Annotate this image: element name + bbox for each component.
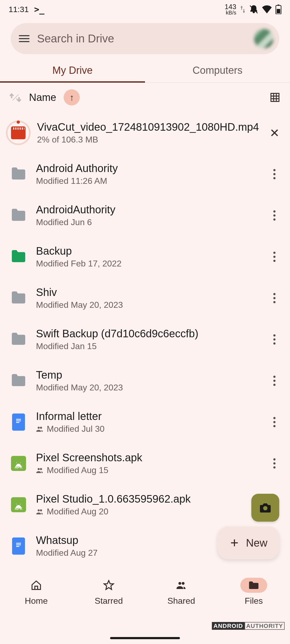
video-icon xyxy=(11,126,26,139)
plus-icon xyxy=(229,538,240,548)
avatar[interactable] xyxy=(254,29,273,48)
wifi-icon xyxy=(262,5,272,13)
file-meta: Modified 11:26 AM xyxy=(36,176,260,186)
file-meta: Modified Jun 6 xyxy=(36,217,260,227)
doc-icon xyxy=(12,414,25,431)
sort-xy-icon xyxy=(10,92,21,103)
new-fab-label: New xyxy=(246,537,267,549)
home-icon xyxy=(31,580,42,591)
file-name: Temp xyxy=(36,369,260,381)
file-item[interactable]: BackupModified Feb 17, 2022 xyxy=(0,236,290,277)
file-meta: Modified May 20, 2023 xyxy=(36,383,260,393)
folder-icon xyxy=(10,165,27,183)
status-time: 11:31 xyxy=(9,5,29,14)
svg-rect-6 xyxy=(16,422,19,423)
folder-icon xyxy=(10,248,27,266)
file-name: Pixel Screenshots.apk xyxy=(36,452,260,464)
battery-icon xyxy=(276,5,281,14)
search-input[interactable] xyxy=(37,32,247,45)
file-name: Backup xyxy=(36,245,260,257)
file-item[interactable]: Pixel Studio_1.0.663595962.apkModified A… xyxy=(0,484,290,525)
apk-icon xyxy=(11,456,26,471)
file-item[interactable]: ShivModified May 20, 2023 xyxy=(0,277,290,319)
file-name: VivaCut_video_1724810913902_1080HD.mp4 xyxy=(37,121,260,133)
watermark: ANDROIDAUTHORITY xyxy=(212,623,285,630)
file-name: Pixel Studio_1.0.663595962.apk xyxy=(36,493,260,505)
folder-icon xyxy=(10,207,27,224)
gesture-bar[interactable] xyxy=(110,637,180,639)
new-fab[interactable]: New xyxy=(218,526,279,559)
cancel-upload-button[interactable]: ✕ xyxy=(269,126,280,140)
file-name: Swift Backup (d7d10c6d9c6eccfb) xyxy=(36,328,260,340)
file-meta: Modified Aug 15 xyxy=(36,465,260,475)
svg-point-11 xyxy=(263,506,267,510)
more-button[interactable] xyxy=(269,376,280,386)
more-button[interactable] xyxy=(269,293,280,303)
search-bar[interactable] xyxy=(11,23,279,54)
network-speed: 143 kB/s xyxy=(225,4,236,15)
bottom-nav: Home Starred Shared Files xyxy=(0,569,290,614)
file-meta: 2% of 106.3 MB xyxy=(37,135,260,145)
apk-icon xyxy=(11,497,26,512)
file-meta: Modified Aug 20 xyxy=(36,507,260,517)
more-button[interactable] xyxy=(269,458,280,469)
nav-files[interactable]: Files xyxy=(218,569,290,614)
folder-icon xyxy=(10,331,27,348)
folder-icon xyxy=(248,580,259,591)
tab-my-drive[interactable]: My Drive xyxy=(0,58,145,82)
tab-computers[interactable]: Computers xyxy=(145,58,290,82)
camera-icon xyxy=(259,501,272,514)
file-item[interactable]: Informal letterModified Jul 30 xyxy=(0,401,290,443)
file-meta: Modified May 20, 2023 xyxy=(36,300,260,310)
file-meta: Modified Jan 15 xyxy=(36,341,260,351)
more-button[interactable] xyxy=(269,169,280,179)
menu-icon[interactable] xyxy=(19,33,30,44)
sort-row: Name ↑ xyxy=(0,83,290,112)
sort-arrow-icon: ↑ xyxy=(64,89,80,105)
terminal-icon: >_ xyxy=(34,4,45,14)
file-name: AndroidAuthority xyxy=(36,204,260,216)
people-icon xyxy=(176,580,187,591)
file-name: Shiv xyxy=(36,286,260,298)
file-name: Informal letter xyxy=(36,410,260,422)
folder-icon xyxy=(10,372,27,390)
nav-home[interactable]: Home xyxy=(0,569,73,614)
svg-rect-2 xyxy=(277,9,280,13)
more-button[interactable] xyxy=(269,417,280,427)
grid-view-icon[interactable] xyxy=(270,92,280,103)
nav-starred[interactable]: Starred xyxy=(73,569,145,614)
file-item[interactable]: Swift Backup (d7d10c6d9c6eccfb)Modified … xyxy=(0,319,290,360)
file-name: Android Authority xyxy=(36,162,260,174)
folder-icon xyxy=(10,289,27,307)
svg-rect-8 xyxy=(16,543,21,544)
file-item[interactable]: Android AuthorityModified 11:26 AM xyxy=(0,153,290,195)
tabs: My Drive Computers xyxy=(0,58,290,83)
svg-rect-10 xyxy=(16,546,19,547)
file-item[interactable]: Pixel Screenshots.apkModified Aug 15 xyxy=(0,443,290,484)
star-icon xyxy=(103,580,114,591)
file-item[interactable]: AndroidAuthorityModified Jun 6 xyxy=(0,195,290,236)
svg-rect-1 xyxy=(278,5,280,5)
file-list[interactable]: VivaCut_video_1724810913902_1080HD.mp4 2… xyxy=(0,112,290,567)
sort-button[interactable]: Name ↑ xyxy=(10,89,80,105)
sort-label: Name xyxy=(29,92,56,103)
more-button[interactable] xyxy=(269,334,280,345)
svg-rect-4 xyxy=(16,419,21,420)
upload-item[interactable]: VivaCut_video_1724810913902_1080HD.mp4 2… xyxy=(0,112,290,153)
more-button[interactable] xyxy=(269,210,280,221)
mute-icon xyxy=(249,5,258,14)
doc-icon xyxy=(12,537,25,555)
svg-rect-9 xyxy=(16,544,21,545)
status-bar: 11:31 >_ 143 kB/s xyxy=(0,0,290,19)
status-right: 143 kB/s xyxy=(225,4,281,15)
file-item[interactable]: TempModified May 20, 2023 xyxy=(0,360,290,401)
upload-progress-icon xyxy=(6,120,31,145)
nav-shared[interactable]: Shared xyxy=(145,569,218,614)
arrows-icon xyxy=(240,6,245,13)
status-left: 11:31 >_ xyxy=(9,4,45,14)
more-button[interactable] xyxy=(269,252,280,262)
camera-fab[interactable] xyxy=(251,494,279,522)
file-meta: Modified Feb 17, 2022 xyxy=(36,259,260,269)
svg-rect-5 xyxy=(16,420,21,421)
file-meta: Modified Jul 30 xyxy=(36,424,260,434)
